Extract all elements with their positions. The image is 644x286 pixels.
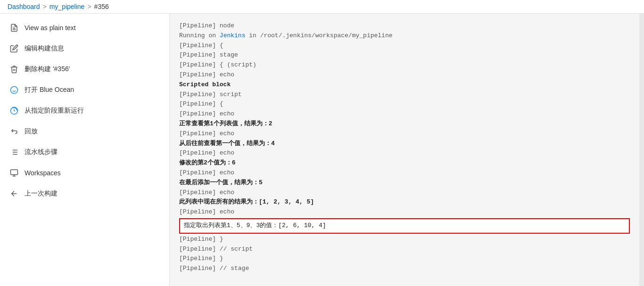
rerun-icon bbox=[9, 106, 19, 115]
breadcrumb-pipeline[interactable]: my_pipeline bbox=[50, 3, 85, 10]
log-line-l25: [Pipeline] // stage bbox=[179, 264, 630, 274]
svg-rect-12 bbox=[11, 170, 18, 175]
sidebar-item-pipeline-steps[interactable]: 流水线步骤 bbox=[0, 142, 169, 163]
sidebar-item-edit-build-info[interactable]: 编辑构建信息 bbox=[0, 38, 169, 59]
log-jenkins-link[interactable]: Jenkins bbox=[220, 32, 246, 39]
trash-icon bbox=[9, 65, 19, 74]
sidebar-item-prev-build[interactable]: 上一次构建 bbox=[0, 183, 169, 204]
breadcrumb-build: #356 bbox=[94, 3, 109, 10]
log-line-l22: [Pipeline] } bbox=[179, 235, 630, 245]
sidebar-item-workspaces[interactable]: Workspaces bbox=[0, 163, 169, 183]
sidebar-label-rollback: 回放 bbox=[25, 127, 38, 136]
sidebar-label-pipeline-steps: 流水线步骤 bbox=[25, 148, 58, 156]
breadcrumb-sep-2: > bbox=[87, 3, 91, 10]
sidebar-item-delete-build[interactable]: 删除构建 '#356' bbox=[0, 59, 169, 80]
log-line-l15: 修改的第2个值为：6 bbox=[179, 158, 630, 168]
log-line-l10: [Pipeline] echo bbox=[179, 109, 630, 119]
log-line-l23: [Pipeline] // script bbox=[179, 245, 630, 254]
log-content[interactable]: [Pipeline] nodeRunning on Jenkins in /ro… bbox=[170, 14, 639, 286]
log-line-l12: [Pipeline] echo bbox=[179, 129, 630, 139]
log-line-l6: [Pipeline] echo bbox=[179, 70, 630, 80]
sidebar-item-open-blue-ocean[interactable]: 打开 Blue Ocean bbox=[0, 80, 169, 100]
log-line-l2: Running on Jenkins in /root/.jenkins/wor… bbox=[179, 31, 630, 41]
rollback-icon bbox=[9, 127, 19, 136]
doc-icon bbox=[9, 23, 19, 33]
log-line-l1: [Pipeline] node bbox=[179, 21, 630, 31]
breadcrumb: Dashboard > my_pipeline > #356 bbox=[0, 0, 644, 14]
edit-icon bbox=[9, 44, 19, 53]
log-line-l20: [Pipeline] echo bbox=[179, 207, 630, 217]
sidebar: View as plain text编辑构建信息删除构建 '#356'打开 Bl… bbox=[0, 14, 170, 286]
log-line-l18: [Pipeline] echo bbox=[179, 188, 630, 198]
sidebar-label-view-plain-text: View as plain text bbox=[25, 24, 76, 32]
right-scrollbar[interactable] bbox=[639, 14, 644, 286]
log-line-l17: 在最后添加一个值，结果为：5 bbox=[179, 178, 630, 188]
arrow-left-icon bbox=[9, 189, 19, 198]
log-line-l3: [Pipeline] { bbox=[179, 41, 630, 51]
sidebar-label-open-blue-ocean: 打开 Blue Ocean bbox=[25, 86, 74, 94]
log-line-l8: [Pipeline] script bbox=[179, 90, 630, 100]
sidebar-label-delete-build: 删除构建 '#356' bbox=[25, 65, 70, 74]
sidebar-item-rollback[interactable]: 回放 bbox=[0, 121, 169, 142]
breadcrumb-sep-1: > bbox=[43, 3, 47, 10]
sidebar-label-workspaces: Workspaces bbox=[25, 169, 61, 177]
main-layout: View as plain text编辑构建信息删除构建 '#356'打开 Bl… bbox=[0, 14, 644, 286]
workspace-icon bbox=[9, 168, 19, 178]
log-line-l7: Scripted block bbox=[179, 80, 630, 90]
sidebar-label-rerun-from-stage: 从指定阶段重新运行 bbox=[25, 106, 84, 115]
log-line-l5: [Pipeline] { (script) bbox=[179, 60, 630, 70]
log-line-l16: [Pipeline] echo bbox=[179, 168, 630, 178]
log-line-l19: 此列表中现在所有的结果为：[1, 2, 3, 4, 5] bbox=[179, 197, 630, 207]
sidebar-label-prev-build: 上一次构建 bbox=[25, 189, 58, 198]
log-line-l13: 从后往前查看第一个值，结果为：4 bbox=[179, 139, 630, 149]
log-line-l14: [Pipeline] echo bbox=[179, 148, 630, 158]
breadcrumb-dashboard[interactable]: Dashboard bbox=[8, 3, 40, 10]
blue-ocean-icon bbox=[9, 85, 19, 95]
sidebar-item-view-plain-text[interactable]: View as plain text bbox=[0, 17, 169, 38]
log-line-l4: [Pipeline] stage bbox=[179, 50, 630, 60]
log-line-l11: 正常查看第1个列表值，结果为：2 bbox=[179, 119, 630, 129]
sidebar-item-rerun-from-stage[interactable]: 从指定阶段重新运行 bbox=[0, 100, 169, 121]
log-line-l9: [Pipeline] { bbox=[179, 99, 630, 109]
steps-icon bbox=[9, 147, 19, 157]
sidebar-label-edit-build-info: 编辑构建信息 bbox=[25, 44, 64, 53]
log-line-highlighted-l21: 指定取出列表第1、5、9、3的值：[2, 6, 10, 4] bbox=[179, 218, 630, 234]
log-line-l24: [Pipeline] } bbox=[179, 254, 630, 264]
svg-point-2 bbox=[11, 87, 18, 94]
